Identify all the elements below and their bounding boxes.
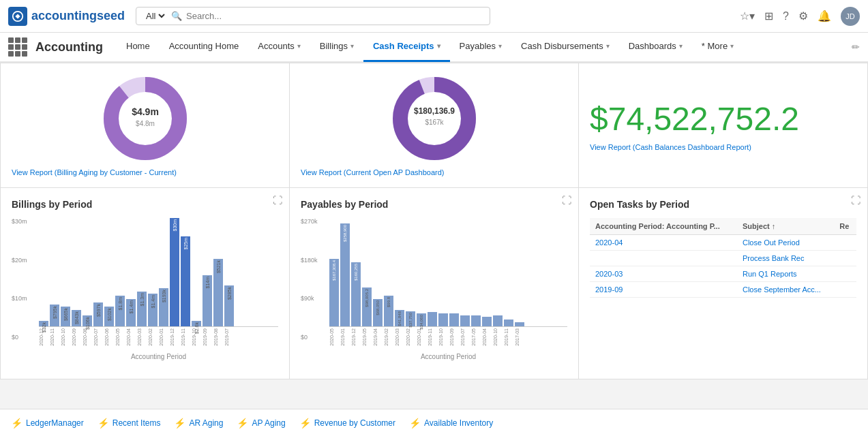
pbar-5[interactable]: $68,050: [373, 299, 383, 326]
payables-chart-inner: $167,308.4 $258,900 $160,255 $98,005.2 $…: [329, 218, 567, 368]
period-link-2020-03[interactable]: 2020-03: [595, 270, 623, 278]
nav-dashboards[interactable]: Dashboards▾: [619, 32, 692, 62]
pbar-16[interactable]: [493, 315, 503, 326]
payables-expand-icon[interactable]: ⛶: [562, 195, 571, 206]
edit-nav-icon[interactable]: ✏: [852, 42, 860, 52]
nav-icons-group: ☆▾ ⊞ ? ⚙ 🔔 JD: [740, 7, 860, 26]
pbar-1[interactable]: $167,308.4: [329, 259, 339, 326]
table-row: 2020-03 Run Q1 Reports: [590, 266, 856, 282]
bar-2020-05[interactable]: $1.8m: [115, 296, 125, 326]
chart-cards-row: ⛶ Billings by Period $30m $20m $10m $0 $…: [0, 188, 868, 379]
search-icon: 🔍: [171, 11, 182, 21]
payables-chart-title: Payables by Period: [301, 199, 567, 210]
nav-cash-receipts[interactable]: Cash Receipts▾: [363, 32, 450, 62]
svg-text:$4.9m: $4.9m: [132, 106, 159, 117]
bar-2019-10[interactable]: $2.6k: [192, 321, 201, 326]
pbar-10[interactable]: [428, 312, 437, 326]
pbar-18[interactable]: [515, 322, 524, 326]
nav-home[interactable]: Home: [117, 32, 160, 62]
app-grid-icon[interactable]: [8, 37, 27, 57]
y-label-20m: $20m: [12, 257, 36, 264]
bar-2019-12[interactable]: $30m: [170, 218, 179, 326]
bar-2020-11[interactable]: $795k: [50, 305, 59, 326]
billings-chevron: ▾: [350, 42, 354, 50]
col-re: Re: [834, 218, 856, 235]
y-label-30m: $30m: [12, 218, 36, 225]
bar-2019-07[interactable]: $285k: [224, 285, 234, 326]
help-icon[interactable]: ?: [783, 10, 789, 22]
accounts-chevron: ▾: [297, 42, 301, 50]
open-ap-donut-chart: $180,136.9 $167k: [387, 74, 482, 163]
period-link-2020-04[interactable]: 2020-04: [595, 238, 623, 247]
bar-2019-09[interactable]: $14m: [203, 275, 212, 326]
pbar-13[interactable]: [460, 315, 470, 326]
col-accounting-period: Accounting Period: Accounting P...: [590, 218, 737, 235]
pbar-3[interactable]: $160,255: [351, 262, 361, 326]
pbar-17[interactable]: [504, 320, 513, 326]
bar-2020-01[interactable]: $193k: [159, 288, 168, 326]
billings-bars-container: $32k $795k $665k $843k $106k $597k $102k…: [39, 218, 278, 327]
pbar-8[interactable]: $37,750: [406, 311, 415, 326]
add-icon[interactable]: ⊞: [764, 10, 773, 22]
bar-2020-04[interactable]: $1.4m: [126, 299, 136, 326]
logo: accountingseed: [8, 7, 125, 26]
billings-chart-card: ⛶ Billings by Period $30m $20m $10m $0 $…: [0, 188, 290, 379]
billing-report-link[interactable]: View Report (Billing Aging by Customer -…: [12, 168, 278, 176]
nav-more[interactable]: * More▾: [692, 32, 743, 62]
notifications-icon[interactable]: 🔔: [818, 10, 831, 22]
bar-2020-10[interactable]: $665k: [61, 307, 70, 326]
bar-2020-09[interactable]: $843k: [72, 310, 81, 326]
subject-link-2[interactable]: Process Bank Rec: [743, 254, 804, 262]
bar-2020-07[interactable]: $597k: [93, 302, 103, 326]
settings-icon[interactable]: ⚙: [798, 10, 808, 22]
logo-icon: [8, 7, 27, 26]
tasks-expand-icon[interactable]: ⛶: [851, 195, 860, 206]
search-input[interactable]: [186, 11, 483, 21]
dashboards-chevron: ▾: [679, 42, 683, 50]
nav-cash-disbursements[interactable]: Cash Disbursements▾: [511, 32, 619, 62]
bar-2020-08[interactable]: $106k: [83, 315, 92, 326]
pbar-9[interactable]: $34,060: [417, 313, 426, 326]
subject-link-4[interactable]: Close September Acc...: [743, 285, 821, 294]
nav-accounts[interactable]: Accounts▾: [248, 32, 310, 62]
subject-link-1[interactable]: Close Out Period: [743, 238, 800, 247]
billings-x-title: Accounting Period: [39, 353, 278, 360]
open-ap-donut-container: $180,136.9 $167k: [301, 74, 567, 163]
pbar-14[interactable]: [471, 315, 481, 326]
pbar-4[interactable]: $98,005.2: [362, 287, 372, 326]
billings-expand-icon[interactable]: ⛶: [273, 195, 282, 206]
bar-2019-11[interactable]: $25m: [181, 236, 190, 326]
subject-link-3[interactable]: Run Q1 Reports: [743, 270, 796, 278]
billings-chart-inner: $32k $795k $665k $843k $106k $597k $102k…: [39, 218, 278, 368]
svg-point-2: [111, 84, 179, 153]
pbar-7[interactable]: $41,848: [395, 310, 404, 326]
pbar-2[interactable]: $258,900: [340, 223, 350, 326]
bar-2020-02[interactable]: $1.4m: [148, 294, 158, 326]
payables-bars-container: $167,308.4 $258,900 $160,255 $98,005.2 $…: [329, 218, 567, 327]
py-label-90k: $90k: [301, 295, 327, 302]
period-link-2019-09[interactable]: 2019-09: [595, 285, 623, 294]
favorites-icon[interactable]: ☆▾: [740, 10, 755, 22]
pbar-11[interactable]: [438, 313, 448, 326]
pbar-6[interactable]: $99.8: [384, 296, 393, 326]
nav-accounting-home[interactable]: Accounting Home: [160, 32, 249, 62]
open-ap-card: $180,136.9 $167k View Report (Current Op…: [290, 63, 579, 188]
nav-billings[interactable]: Billings▾: [310, 32, 363, 62]
ap-report-link[interactable]: View Report (Current Open AP Dashboard): [301, 168, 567, 176]
tasks-chart-title: Open Tasks by Period: [590, 199, 856, 210]
avatar[interactable]: JD: [841, 7, 860, 26]
cash-receipts-chevron: ▾: [437, 42, 440, 50]
search-bar[interactable]: All 🔍: [136, 7, 490, 25]
pbar-15[interactable]: [482, 317, 492, 326]
search-filter[interactable]: All: [143, 10, 167, 22]
billing-aging-card: $4.9m $4.8m View Report (Billing Aging b…: [0, 63, 290, 188]
bar-2020-12[interactable]: $32k: [39, 321, 48, 326]
bar-2019-08[interactable]: $521k: [213, 259, 223, 326]
cash-report-link[interactable]: View Report (Cash Balances Dashboard Rep…: [590, 143, 856, 151]
bar-2020-03[interactable]: $1.3m: [137, 292, 147, 326]
py-label-180k: $180k: [301, 257, 327, 264]
pbar-12[interactable]: [449, 313, 459, 326]
nav-payables[interactable]: Payables▾: [450, 32, 511, 62]
payables-x-title: Accounting Period: [329, 353, 567, 360]
bar-2020-06[interactable]: $102k: [104, 307, 114, 326]
